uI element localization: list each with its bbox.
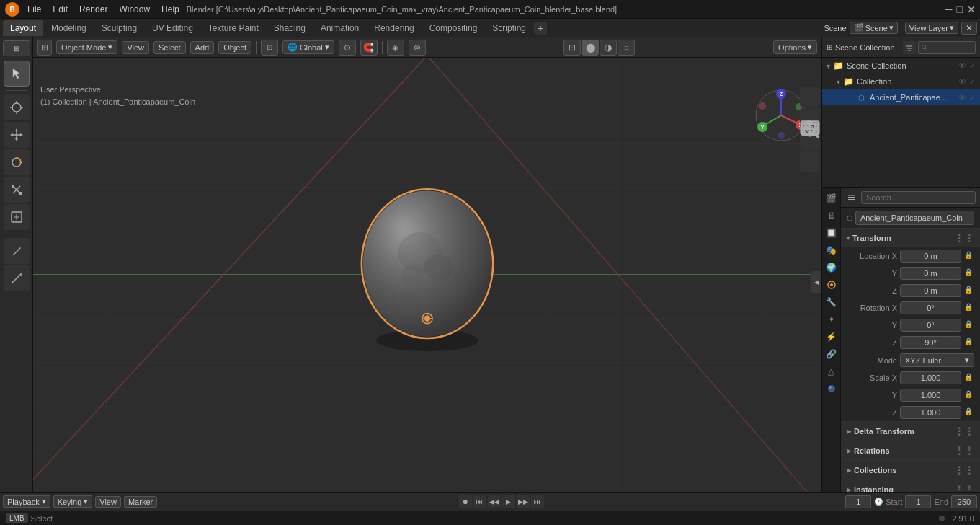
viewport-area[interactable]: ⊞ Object Mode▾ View Select Add Object ⊡ … xyxy=(33,38,821,506)
annotate-tool[interactable] xyxy=(4,238,30,264)
add-workspace-tab-button[interactable]: + xyxy=(534,22,547,35)
scene-collection-row[interactable]: ▾ 📁 Scene Collection 👁 ✓ xyxy=(822,58,980,74)
delta-section-menu[interactable]: ⋮⋮ xyxy=(954,425,974,437)
playback-dropdown[interactable]: Playback▾ xyxy=(3,495,50,508)
collections-section-menu[interactable]: ⋮⋮ xyxy=(954,464,974,476)
collection-row[interactable]: ▾ 📁 Collection 👁 ✓ xyxy=(822,74,980,89)
move-tool[interactable] xyxy=(4,122,30,148)
next-frame-button[interactable]: ▶▶ xyxy=(517,495,530,508)
tab-uv-editing[interactable]: UV Editing xyxy=(145,20,200,36)
scale-x-lock[interactable]: 🔒 xyxy=(964,373,974,383)
tab-sculpting[interactable]: Sculpting xyxy=(94,20,144,36)
snap-button[interactable]: 🧲 xyxy=(360,40,378,56)
transform-section-header[interactable]: ▾ Transform ⋮⋮ xyxy=(841,229,980,247)
rotation-x-lock[interactable]: 🔒 xyxy=(964,303,974,313)
relations-section-menu[interactable]: ⋮⋮ xyxy=(954,445,974,456)
mode-selector-icon[interactable]: ⊞ xyxy=(3,40,30,56)
collection-eye-icon[interactable]: 👁 xyxy=(958,77,966,86)
location-y-value[interactable]: 0 m xyxy=(900,267,961,280)
options-dropdown[interactable]: Options▾ xyxy=(773,40,817,54)
location-z-lock[interactable]: 🔒 xyxy=(964,286,974,296)
timeline-view-dropdown[interactable]: View xyxy=(95,496,121,508)
collection-check-icon[interactable]: ✓ xyxy=(969,77,976,87)
marker-dropdown[interactable]: Marker xyxy=(124,496,157,508)
render-menu[interactable]: Render xyxy=(75,3,112,16)
relations-header[interactable]: ▶ Relations ⋮⋮ xyxy=(841,441,980,460)
scene-collection-expand-icon[interactable]: ▾ xyxy=(827,62,830,70)
render-shading-button[interactable]: ○ xyxy=(618,40,635,56)
output-props-icon[interactable]: 🖥 xyxy=(824,208,839,224)
viewport-menu-button[interactable]: ⊞ xyxy=(37,40,52,56)
viewport-shading-wireframe[interactable]: ⊡ xyxy=(261,40,278,56)
select-dropdown[interactable]: Select xyxy=(153,41,186,54)
collection-expand-icon[interactable]: ▾ xyxy=(837,78,840,86)
minimize-button[interactable]: ─ xyxy=(945,4,953,15)
help-menu[interactable]: Help xyxy=(157,3,184,16)
start-frame-input[interactable]: 1 xyxy=(905,495,931,508)
overlay-button[interactable]: ⊚ xyxy=(409,40,426,56)
solid-shading-button[interactable]: ⬤ xyxy=(582,40,599,56)
viewport-canvas[interactable]: User Perspective (1) Collection | Ancien… xyxy=(33,58,821,506)
tab-modeling[interactable]: Modeling xyxy=(44,20,94,36)
rotation-z-lock[interactable]: 🔒 xyxy=(964,338,974,348)
delta-transform-header[interactable]: ▶ Delta Transform ⋮⋮ xyxy=(841,422,980,441)
transform-tool[interactable] xyxy=(4,204,30,230)
scene-settings-button[interactable]: ✕ xyxy=(961,22,977,35)
file-menu[interactable]: File xyxy=(23,3,45,16)
current-frame-display[interactable]: 1 xyxy=(845,495,871,508)
constraints-props-icon[interactable]: 🔗 xyxy=(824,346,839,362)
rotate-tool[interactable] xyxy=(4,149,30,175)
rotation-x-value[interactable]: 0° xyxy=(900,301,961,314)
scene-collection-eye-icon[interactable]: 👁 xyxy=(958,61,966,70)
wireframe-shading-button[interactable]: ⊡ xyxy=(564,40,581,56)
particles-props-icon[interactable]: ✦ xyxy=(824,312,839,327)
object-props-icon[interactable] xyxy=(824,277,839,293)
rotation-y-value[interactable]: 0° xyxy=(900,319,961,332)
render-props-icon[interactable]: 🎬 xyxy=(824,190,839,206)
face-orientation-button[interactable]: ◈ xyxy=(387,40,404,56)
end-frame-input[interactable]: 250 xyxy=(951,495,977,508)
tab-scripting[interactable]: Scripting xyxy=(485,20,533,36)
panel-collapse-button[interactable]: ◀ xyxy=(811,271,821,293)
render-preview-button[interactable] xyxy=(800,151,820,172)
jump-end-button[interactable]: ⏭ xyxy=(531,495,544,508)
rotation-y-lock[interactable]: 🔒 xyxy=(964,320,974,330)
maximize-button[interactable]: □ xyxy=(957,4,963,15)
tab-layout[interactable]: Layout xyxy=(3,20,43,36)
object-dropdown[interactable]: Object xyxy=(218,41,251,54)
tab-texture-paint[interactable]: Texture Paint xyxy=(201,20,266,36)
location-x-lock[interactable]: 🔒 xyxy=(964,251,974,261)
scale-tool[interactable] xyxy=(4,177,30,203)
scene-selector[interactable]: 🎬Scene▾ xyxy=(850,22,898,34)
scale-y-lock[interactable]: 🔒 xyxy=(964,390,974,400)
cursor-tool[interactable] xyxy=(4,94,30,120)
object-name-input[interactable] xyxy=(855,211,974,225)
collections-header[interactable]: ▶ Collections ⋮⋮ xyxy=(841,461,980,480)
rotation-z-value[interactable]: 90° xyxy=(900,336,961,349)
scale-z-value[interactable]: 1.000 xyxy=(900,406,961,419)
scale-z-lock[interactable]: 🔒 xyxy=(964,407,974,418)
prev-frame-button[interactable]: ◀◀ xyxy=(488,495,501,508)
material-shading-button[interactable]: ◑ xyxy=(600,40,617,56)
object-check-icon[interactable]: ✓ xyxy=(969,93,976,102)
play-button[interactable]: ▶ xyxy=(502,495,515,508)
jump-start-button[interactable]: ⏮ xyxy=(473,495,486,508)
scale-y-value[interactable]: 1.000 xyxy=(900,389,961,402)
location-z-value[interactable]: 0 m xyxy=(900,284,961,297)
outliner-search-input[interactable] xyxy=(918,41,976,54)
modifier-props-icon[interactable]: 🔧 xyxy=(824,294,839,310)
tab-animation[interactable]: Animation xyxy=(313,20,366,36)
view-dropdown[interactable]: View xyxy=(122,41,149,54)
location-x-value[interactable]: 0 m xyxy=(900,250,961,262)
proportional-editing-button[interactable]: ⊙ xyxy=(339,40,356,56)
transform-section-menu[interactable]: ⋮⋮ xyxy=(954,232,974,244)
transform-dropdown[interactable]: 🌐Global▾ xyxy=(282,40,334,54)
location-y-lock[interactable]: 🔒 xyxy=(964,268,974,278)
close-button[interactable]: ✕ xyxy=(967,4,976,15)
object-row[interactable]: ⬡ Ancient_Panticapae... 👁 ✓ xyxy=(822,89,980,105)
properties-search-input[interactable] xyxy=(861,191,976,204)
object-eye-icon[interactable]: 👁 xyxy=(958,93,966,102)
material-props-icon[interactable] xyxy=(824,381,839,397)
object-mode-dropdown[interactable]: Object Mode▾ xyxy=(56,40,117,54)
tab-shading[interactable]: Shading xyxy=(267,20,313,36)
